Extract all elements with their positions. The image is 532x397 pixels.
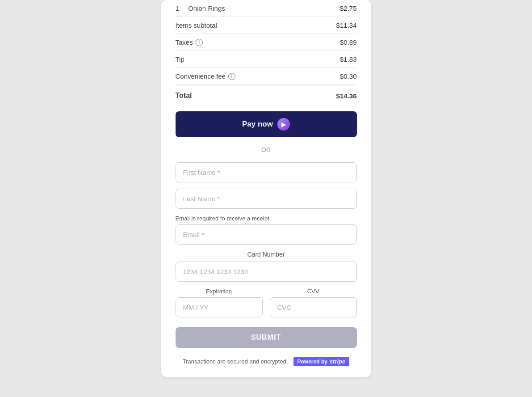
order-item-quantity: 1 [176, 4, 179, 12]
submit-button[interactable]: SUBMIT [176, 327, 357, 348]
tip-value: $1.83 [340, 55, 357, 63]
cvv-group: CVV [270, 288, 357, 317]
total-row: Total $14.36 [176, 85, 357, 104]
first-name-group [176, 162, 357, 182]
pay-icon: ▶ [277, 118, 290, 131]
order-item-row: 1 Onion Rings $2.75 [176, 0, 357, 17]
convenience-fee-label: Convenience fee i [176, 72, 236, 80]
pay-now-button[interactable]: Pay now ▶ [176, 111, 357, 137]
card-number-label: Card Number [176, 251, 357, 258]
email-label: Email is required to receive a receipt [176, 215, 357, 222]
expiry-cvv-row: Expiration CVV [176, 288, 357, 317]
total-value: $14.36 [336, 92, 357, 100]
email-group: Email is required to receive a receipt [176, 215, 357, 245]
first-name-input[interactable] [176, 162, 357, 182]
convenience-fee-value: $0.30 [340, 72, 357, 80]
convenience-fee-info-icon[interactable]: i [228, 73, 235, 80]
expiration-input[interactable] [176, 297, 263, 317]
stripe-name: stripe [330, 358, 345, 365]
tip-row: Tip $1.83 [176, 51, 357, 68]
expiration-label: Expiration [176, 288, 263, 295]
cvv-input[interactable] [270, 297, 357, 317]
cvv-label: CVV [270, 288, 357, 295]
total-label: Total [176, 92, 192, 100]
tip-label: Tip [176, 55, 184, 63]
pay-now-label: Pay now [242, 120, 273, 129]
subtotal-label: Items subtotal [176, 21, 217, 29]
taxes-info-icon[interactable]: i [196, 39, 203, 46]
last-name-group [176, 189, 357, 209]
order-item-name: Onion Rings [188, 4, 225, 12]
or-label: OR [261, 146, 271, 153]
card-number-input[interactable] [176, 262, 357, 282]
last-name-input[interactable] [176, 189, 357, 209]
powered-by-label: Powered by [297, 359, 327, 365]
subtotal-row: Items subtotal $11.34 [176, 17, 357, 34]
convenience-fee-row: Convenience fee i $0.30 [176, 68, 357, 85]
order-item-price: $2.75 [340, 4, 357, 12]
card-number-group: Card Number [176, 251, 357, 282]
stripe-badge: Powered by stripe [293, 357, 350, 366]
security-text: Transactions are secured and encrypted. [183, 358, 288, 365]
taxes-label: Taxes i [176, 38, 203, 46]
submit-label: SUBMIT [251, 334, 281, 341]
order-item-label: 1 Onion Rings [176, 4, 225, 12]
expiration-group: Expiration [176, 288, 263, 317]
security-row: Transactions are secured and encrypted. … [176, 357, 357, 366]
email-input[interactable] [176, 224, 357, 245]
or-divider: OR [176, 146, 357, 153]
taxes-value: $0.89 [340, 38, 357, 46]
taxes-row: Taxes i $0.89 [176, 34, 357, 51]
subtotal-value: $11.34 [336, 21, 357, 29]
